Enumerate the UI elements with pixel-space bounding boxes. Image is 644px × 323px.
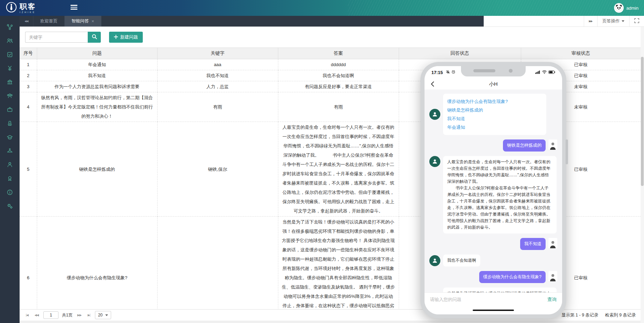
users-icon[interactable] <box>3 34 17 48</box>
app-logo[interactable]: 职客 IZHIKE <box>0 1 36 14</box>
toolbar: 新建问题 <box>20 27 641 48</box>
close-tab-icon[interactable]: × <box>92 19 94 23</box>
battery-icon <box>547 69 555 75</box>
tabs-scroll-left-icon[interactable]: ◀◀ <box>20 16 33 27</box>
medal-icon[interactable] <box>3 171 17 185</box>
bot-bubble: 人最宝贵的是生命，生命对每一个人只有一次。者仅有的一次生命应当怎样度过，当回首往… <box>443 156 557 233</box>
logo-subtext: IZHIKE <box>20 11 36 13</box>
next-page-icon[interactable]: ▶▶ <box>76 313 83 317</box>
col-header-question: 问题 <box>37 48 157 59</box>
cell-no: 3 <box>20 81 37 92</box>
cell-keyword <box>157 217 278 310</box>
chat-input[interactable] <box>430 297 544 302</box>
scrollbar-thumb[interactable] <box>641 57 644 186</box>
page-scrollbar <box>641 27 644 323</box>
total-pages-label: 共1页 <box>62 312 73 318</box>
col-header-no: 序号 <box>20 48 37 59</box>
chevron-down-icon <box>622 20 624 22</box>
fullscreen-button[interactable] <box>629 16 644 27</box>
tabs-scroll-right-button[interactable]: ▶▶ <box>584 16 597 27</box>
user-photo-avatar <box>548 139 557 150</box>
phone-time: 17:15 <box>431 70 443 75</box>
prev-page-icon[interactable]: ◀◀ <box>33 313 40 317</box>
page: 职客 IZHIKE admin ◀◀ 欢迎首页 智能问答 × ▶▶ <box>0 0 644 323</box>
tab-operations-dropdown[interactable]: 页签操作 <box>597 16 629 27</box>
phone-screen: 17:15 小H 缓步动物为什么会有隐生现象? <box>425 66 562 314</box>
home-indicator <box>425 306 562 314</box>
user-bubble: 我不知道 <box>520 238 546 250</box>
cell-keyword: 人力，总监 <box>157 81 278 92</box>
yen-icon[interactable] <box>3 61 17 75</box>
quick-question-link[interactable]: 我不知道 <box>447 114 542 123</box>
user-photo-avatar <box>548 271 557 281</box>
bot-bubble: 我也不会知道啊 <box>443 254 480 267</box>
chat-message-links: 缓步动物为什么会有隐生现象? 钢铁是怎样炼成的 我不知道 年会通知 <box>429 94 557 135</box>
quick-question-link[interactable]: 缓步动物为什么会有隐生现象? <box>447 97 542 106</box>
alarm-icon <box>450 69 455 75</box>
chat-message-bot: 人最宝贵的是生命，生命对每一个人只有一次。者仅有的一次生命应当怎样度过，当回首往… <box>429 156 557 233</box>
quick-question-link[interactable]: 钢铁是怎样炼成的 <box>447 106 542 114</box>
user-photo-avatar <box>548 238 557 248</box>
quick-question-link[interactable]: 年会通知 <box>447 123 542 132</box>
page-number-input[interactable] <box>43 311 58 319</box>
cell-no: 2 <box>20 70 37 81</box>
header-user[interactable]: admin <box>614 0 638 16</box>
new-question-button[interactable]: 新建问题 <box>109 32 143 43</box>
cell-question: 纵然有风，有雨，汉哲管理论丛如约前行，第二期【混合所有制改革】今天定版定稿！任何… <box>37 92 157 122</box>
cell-answer: 有问题反应是好事，要走正常渠道 <box>278 81 399 92</box>
gears-icon[interactable] <box>3 199 17 213</box>
page-size-select[interactable]: 20 <box>95 311 111 319</box>
tabbar-tools: ▶▶ 页签操作 <box>584 16 644 27</box>
seal-icon[interactable] <box>3 116 17 130</box>
chat-message-bot: 我也不会知道啊 <box>429 254 557 267</box>
person-icon[interactable] <box>3 158 17 171</box>
username-label: admin <box>626 6 638 11</box>
bank-icon[interactable] <box>3 75 17 89</box>
user-avatar[interactable] <box>614 3 624 13</box>
last-page-icon[interactable]: ▶| <box>86 313 92 317</box>
user-bubble: 缓步动物为什么会有隐生现象? <box>479 271 546 283</box>
cell-question: 作为一个人力资源总监我有问题和诉求需要 <box>37 81 157 92</box>
double-arrow-right-icon: ▶▶ <box>589 20 592 23</box>
search-button[interactable] <box>88 32 101 43</box>
tabs-strip: ◀◀ 欢迎首页 智能问答 × <box>20 16 484 27</box>
info-icon[interactable] <box>3 185 17 199</box>
briefcase-icon[interactable] <box>3 103 17 116</box>
phone-power-button <box>566 139 568 164</box>
signal-icon <box>534 69 540 75</box>
cell-answer: dddddd <box>278 59 399 70</box>
page-size-value: 20 <box>98 313 103 317</box>
cell-keyword: 钢铁,保尔 <box>157 122 278 217</box>
send-query-button[interactable]: 查询 <box>547 296 557 303</box>
cell-question: 缓步动物为什么会有隐生现象? <box>37 217 157 310</box>
tab-smart-qa[interactable]: 智能问答 × <box>65 16 101 27</box>
back-chevron-icon[interactable] <box>431 81 434 88</box>
cell-question: 钢铁是怎样炼成的 <box>37 122 157 217</box>
hanger-icon[interactable] <box>3 144 17 158</box>
table-header-row: 序号 问题 关键字 答案 回答状态 审核状态 <box>20 48 641 59</box>
graduation-cap-icon[interactable] <box>3 130 17 144</box>
search-input[interactable] <box>25 32 88 43</box>
first-page-icon[interactable]: |◀ <box>24 313 30 317</box>
checklist-icon[interactable] <box>3 48 17 61</box>
tabbar: ◀◀ 欢迎首页 智能问答 × ▶▶ 页签操作 <box>20 16 644 27</box>
chat-message-user: 我不知道 <box>429 238 557 250</box>
cell-no: 1 <box>20 59 37 70</box>
col-header-audit-status: 审核状态 <box>521 48 641 59</box>
plus-icon <box>114 35 118 40</box>
chevron-down-icon <box>105 314 108 316</box>
tab-welcome[interactable]: 欢迎首页 <box>33 16 65 27</box>
phone-preview: 17:15 小H 缓步动物为什么会有隐生现象? <box>420 62 566 319</box>
team-icon[interactable] <box>3 89 17 103</box>
logo-tie-icon <box>6 1 17 14</box>
cell-answer: 有雨 <box>278 92 399 122</box>
records-found-label: 检索到 9 条记录 <box>605 312 636 318</box>
cell-answer: 人最宝贵的是生命，生命对每一个人只有一次。者仅有的一次生命应当怎样度过，当回首往… <box>278 122 399 217</box>
chat-area: 缓步动物为什么会有隐生现象? 钢铁是怎样炼成的 我不知道 年会通知 钢铁是怎样炼… <box>425 90 562 292</box>
phone-notch <box>461 66 526 76</box>
phone-nav-bar: 小H <box>425 79 562 90</box>
share-icon[interactable] <box>3 20 17 34</box>
hamburger-menu-icon[interactable] <box>71 5 77 10</box>
cell-no: 6 <box>20 217 37 310</box>
tab-operations-label: 页签操作 <box>602 18 620 24</box>
